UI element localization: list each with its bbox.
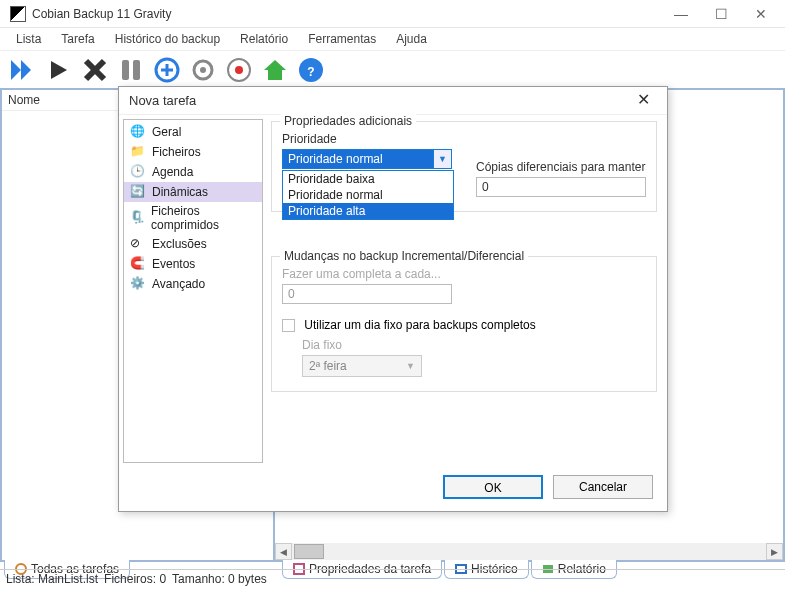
svg-text:?: ? xyxy=(307,65,314,79)
folder-icon: 📁 xyxy=(130,144,146,160)
fixed-day-row: Utilizar um dia fixo para backups comple… xyxy=(282,318,646,332)
scroll-thumb[interactable] xyxy=(294,544,324,559)
dialog-content: Propriedades adicionais Prioridade Prior… xyxy=(267,115,667,467)
network-button[interactable] xyxy=(222,53,256,87)
window-title: Cobian Backup 11 Gravity xyxy=(32,7,661,21)
ok-button[interactable]: OK xyxy=(443,475,543,499)
gear-icon: ⚙️ xyxy=(130,276,146,292)
svg-point-13 xyxy=(235,66,243,74)
nav-dynamics[interactable]: 🔄Dinâmicas xyxy=(124,182,262,202)
app-icon xyxy=(10,6,26,22)
priority-dropdown: Prioridade baixa Prioridade normal Prior… xyxy=(282,170,454,220)
priority-combo[interactable]: Prioridade normal ▼ Prioridade baixa Pri… xyxy=(282,149,452,169)
dialog-nav: 🌐Geral 📁Ficheiros 🕒Agenda 🔄Dinâmicas 🗜️F… xyxy=(123,119,263,463)
menubar: Lista Tarefa Histórico do backup Relatór… xyxy=(0,28,785,50)
dialog-title: Nova tarefa xyxy=(129,93,629,108)
fixed-day-checkbox[interactable] xyxy=(282,319,295,332)
priority-option-normal[interactable]: Prioridade normal xyxy=(283,187,453,203)
clock-icon: 🕒 xyxy=(130,164,146,180)
minimize-button[interactable]: — xyxy=(661,1,701,27)
status-list: Lista: MainList.lst xyxy=(6,572,98,587)
full-every-input[interactable] xyxy=(282,284,452,304)
nav-events[interactable]: 🧲Eventos xyxy=(124,254,262,274)
nav-general[interactable]: 🌐Geral xyxy=(124,122,262,142)
close-button[interactable]: ✕ xyxy=(741,1,781,27)
fixed-day-label: Dia fixo xyxy=(302,338,646,352)
dialog-close-button[interactable]: ✕ xyxy=(629,88,657,114)
dialog-titlebar: Nova tarefa ✕ xyxy=(119,87,667,115)
chevron-down-icon[interactable]: ▼ xyxy=(433,150,451,168)
pause-button[interactable] xyxy=(114,53,148,87)
refresh-icon: 🔄 xyxy=(130,184,146,200)
status-size: Tamanho: 0 bytes xyxy=(172,572,267,587)
scroll-right-arrow[interactable]: ▶ xyxy=(766,543,783,560)
statusbar: Lista: MainList.lst Ficheiros: 0 Tamanho… xyxy=(0,569,785,589)
run-button[interactable] xyxy=(42,53,76,87)
nav-events-label: Eventos xyxy=(152,257,195,271)
horizontal-scrollbar[interactable]: ◀ ▶ xyxy=(275,543,783,560)
magnet-icon: 🧲 xyxy=(130,256,146,272)
menu-relatorio[interactable]: Relatório xyxy=(232,30,296,48)
nav-schedule-label: Agenda xyxy=(152,165,193,179)
diff-copies-label: Cópias diferenciais para manter xyxy=(476,160,646,174)
svg-marker-1 xyxy=(21,60,31,80)
archive-icon: 🗜️ xyxy=(130,210,145,226)
nav-schedule[interactable]: 🕒Agenda xyxy=(124,162,262,182)
help-button[interactable]: ? xyxy=(294,53,328,87)
group-incremental: Mudanças no backup Incremental/Diferenci… xyxy=(271,256,657,392)
nav-exclusions-label: Exclusões xyxy=(152,237,207,251)
home-button[interactable] xyxy=(258,53,292,87)
nav-compressed[interactable]: 🗜️Ficheiros comprimidos xyxy=(124,202,262,234)
menu-ferramentas[interactable]: Ferramentas xyxy=(300,30,384,48)
menu-lista[interactable]: Lista xyxy=(8,30,49,48)
nav-compressed-label: Ficheiros comprimidos xyxy=(151,204,256,232)
chevron-down-icon: ▼ xyxy=(406,361,415,371)
fixed-day-value: 2ª feira xyxy=(309,359,347,373)
svg-rect-6 xyxy=(133,60,140,80)
ban-icon: ⊘ xyxy=(130,236,146,252)
nav-advanced[interactable]: ⚙️Avançado xyxy=(124,274,262,294)
group-additional-legend: Propriedades adicionais xyxy=(280,114,416,128)
svg-marker-0 xyxy=(11,60,21,80)
nav-dynamics-label: Dinâmicas xyxy=(152,185,208,199)
nav-advanced-label: Avançado xyxy=(152,277,205,291)
maximize-button[interactable]: ☐ xyxy=(701,1,741,27)
menu-tarefa[interactable]: Tarefa xyxy=(53,30,102,48)
fixed-day-combo: 2ª feira ▼ xyxy=(302,355,422,377)
nav-files-label: Ficheiros xyxy=(152,145,201,159)
nav-general-label: Geral xyxy=(152,125,181,139)
svg-marker-2 xyxy=(51,61,67,79)
status-files: Ficheiros: 0 xyxy=(104,572,166,587)
settings-button[interactable] xyxy=(186,53,220,87)
cancel-button[interactable]: Cancelar xyxy=(553,475,653,499)
scroll-left-arrow[interactable]: ◀ xyxy=(275,543,292,560)
svg-rect-5 xyxy=(122,60,129,80)
priority-label: Prioridade xyxy=(282,132,452,146)
globe-icon: 🌐 xyxy=(130,124,146,140)
run-all-button[interactable] xyxy=(6,53,40,87)
nav-exclusions[interactable]: ⊘Exclusões xyxy=(124,234,262,254)
svg-marker-14 xyxy=(264,60,286,80)
stop-button[interactable] xyxy=(78,53,112,87)
full-every-label: Fazer uma completa a cada... xyxy=(282,267,646,281)
priority-option-low[interactable]: Prioridade baixa xyxy=(283,171,453,187)
dialog-footer: OK Cancelar xyxy=(119,467,667,507)
priority-selected: Prioridade normal xyxy=(283,150,433,168)
group-incremental-legend: Mudanças no backup Incremental/Diferenci… xyxy=(280,249,528,263)
nav-files[interactable]: 📁Ficheiros xyxy=(124,142,262,162)
toolbar: ? xyxy=(0,50,785,90)
titlebar: Cobian Backup 11 Gravity — ☐ ✕ xyxy=(0,0,785,28)
new-task-dialog: Nova tarefa ✕ 🌐Geral 📁Ficheiros 🕒Agenda … xyxy=(118,86,668,512)
fixed-day-checkbox-label: Utilizar um dia fixo para backups comple… xyxy=(304,318,535,332)
diff-copies-input[interactable] xyxy=(476,177,646,197)
group-additional-props: Propriedades adicionais Prioridade Prior… xyxy=(271,121,657,212)
menu-historico[interactable]: Histórico do backup xyxy=(107,30,228,48)
add-button[interactable] xyxy=(150,53,184,87)
menu-ajuda[interactable]: Ajuda xyxy=(388,30,435,48)
svg-point-11 xyxy=(200,67,206,73)
priority-option-high[interactable]: Prioridade alta xyxy=(283,203,453,219)
